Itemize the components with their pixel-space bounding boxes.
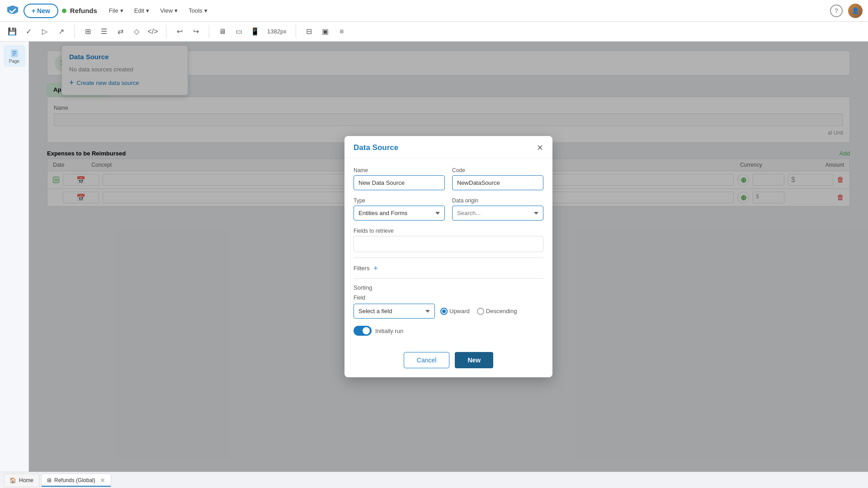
run-button[interactable]: ▷ — [38, 25, 52, 38]
modal-title: Data Source — [354, 143, 398, 152]
fields-input[interactable] — [354, 236, 543, 252]
data-source-modal: Data Source ✕ Name Code — [344, 136, 552, 377]
filters-add-icon[interactable]: ＋ — [372, 263, 379, 273]
upward-radio[interactable]: Upward — [440, 308, 470, 315]
tab-close-icon[interactable]: ✕ — [100, 477, 105, 484]
zoom-value: 1382px — [264, 28, 289, 35]
upward-radio-btn[interactable] — [440, 308, 448, 315]
fields-label: Fields to retrieve — [354, 228, 543, 234]
main-area: Page $ R... {d... Applicant Details Name… — [0, 42, 868, 472]
toolbar-sep3 — [209, 25, 209, 38]
data-button[interactable]: ⇄ — [113, 25, 127, 38]
initially-run-row: Initially run — [354, 326, 543, 336]
app-title: Refunds — [70, 7, 97, 14]
initially-run-toggle[interactable] — [354, 326, 372, 336]
code-input[interactable] — [452, 175, 543, 190]
initially-run-label: Initially run — [375, 328, 403, 334]
code-group: Code — [452, 167, 543, 190]
tab-active-indicator — [42, 486, 111, 487]
sorting-title: Sorting — [354, 284, 543, 291]
fields-group: Fields to retrieve — [354, 228, 543, 252]
sidebar: Page — [0, 42, 29, 472]
type-label: Type — [354, 197, 445, 204]
top-bar: + New Refunds File ▾ Edit ▾ View ▾ Tools… — [0, 0, 868, 22]
user-avatar[interactable]: 👤 — [848, 4, 863, 18]
logic-button[interactable]: ◇ — [130, 25, 143, 38]
toolbar-sep2 — [166, 25, 166, 38]
export-button[interactable]: ↗ — [54, 25, 68, 38]
data-origin-label: Data origin — [452, 197, 543, 204]
refunds-tab-label: Refunds (Global) — [54, 477, 95, 483]
descending-radio[interactable]: Descending — [477, 308, 517, 315]
divider2 — [354, 278, 543, 279]
code-label: Code — [452, 167, 543, 174]
new-button[interactable]: + New — [24, 4, 58, 18]
menu-edit[interactable]: Edit ▾ — [130, 5, 154, 16]
divider1 — [354, 258, 543, 258]
bottom-bar: 🏠 Home ⊞ Refunds (Global) ✕ — [0, 472, 868, 488]
field-select[interactable]: Select a field — [354, 304, 435, 319]
canvas: $ R... {d... Applicant Details Name al U… — [29, 42, 868, 472]
name-label: Name — [354, 167, 445, 174]
grid-button[interactable]: ⊟ — [302, 25, 316, 38]
menu-view[interactable]: View ▾ — [156, 5, 182, 16]
home-tab[interactable]: 🏠 Home — [4, 474, 39, 487]
refunds-tab-icon: ⊞ — [47, 477, 52, 483]
app-logo — [5, 4, 20, 18]
redo-button[interactable]: ↪ — [189, 25, 203, 38]
filters-label: Filters — [354, 265, 369, 272]
new-button[interactable]: New — [455, 352, 493, 368]
direction-radio-group: Upward Descending — [440, 308, 517, 315]
layers-button[interactable]: ☰ — [97, 25, 111, 38]
save-button[interactable]: 💾 — [5, 25, 19, 38]
menu-tools[interactable]: Tools ▾ — [184, 5, 212, 16]
modal-footer: Cancel New — [344, 345, 552, 377]
data-origin-group: Data origin — [452, 197, 543, 221]
modal-close-button[interactable]: ✕ — [537, 144, 543, 152]
tablet-view[interactable]: ▭ — [232, 25, 245, 38]
settings-button[interactable]: ≡ — [335, 25, 349, 38]
name-input[interactable] — [354, 175, 445, 190]
code-button[interactable]: </> — [146, 25, 160, 38]
refunds-tab[interactable]: ⊞ Refunds (Global) ✕ — [41, 474, 111, 487]
panel-button[interactable]: ▣ — [319, 25, 332, 38]
descending-radio-btn[interactable] — [477, 308, 484, 315]
sorting-row: Select a field Upward Descending — [354, 304, 543, 319]
desktop-view[interactable]: 🖥 — [216, 25, 229, 38]
field-sublabel: Field — [354, 295, 543, 301]
type-select[interactable]: Entities and Forms — [354, 206, 445, 221]
modal-header: Data Source ✕ — [344, 136, 552, 158]
sidebar-page-label: Page — [9, 59, 19, 64]
sidebar-item-page[interactable]: Page — [4, 45, 25, 67]
menu-file[interactable]: File ▾ — [104, 5, 128, 16]
type-group: Type Entities and Forms — [354, 197, 445, 221]
sorting-section: Sorting Field Select a field Upward — [354, 284, 543, 319]
status-dot — [62, 9, 66, 13]
mobile-view[interactable]: 📱 — [248, 25, 262, 38]
menu-bar: File ▾ Edit ▾ View ▾ Tools ▾ — [104, 5, 212, 16]
toolbar: 💾 ✓ ▷ ↗ ⊞ ☰ ⇄ ◇ </> ↩ ↪ 🖥 ▭ 📱 1382px ⊟ ▣… — [0, 22, 868, 42]
toolbar-sep1 — [74, 25, 75, 38]
home-icon: 🏠 — [9, 477, 16, 483]
cancel-button[interactable]: Cancel — [404, 352, 450, 368]
name-group: Name — [354, 167, 445, 190]
top-right: ? 👤 — [830, 4, 863, 18]
toolbar-sep4 — [296, 25, 296, 38]
help-button[interactable]: ? — [830, 5, 843, 17]
modal-body: Name Code Type Entities and Forms — [344, 158, 552, 345]
undo-button[interactable]: ↩ — [173, 25, 186, 38]
filters-row: Filters ＋ — [354, 263, 543, 273]
check-button[interactable]: ✓ — [22, 25, 35, 38]
home-tab-label: Home — [19, 477, 33, 483]
name-code-row: Name Code — [354, 167, 543, 190]
components-button[interactable]: ⊞ — [81, 25, 94, 38]
type-origin-row: Type Entities and Forms Data origin — [354, 197, 543, 221]
data-origin-input[interactable] — [452, 206, 543, 221]
